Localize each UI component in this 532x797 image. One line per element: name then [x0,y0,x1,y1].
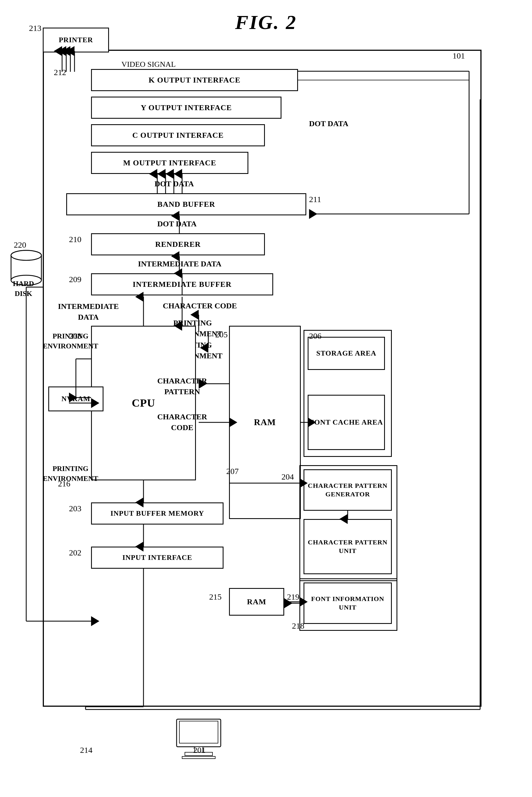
k-output-block: K OUTPUT INTERFACE [91,69,298,91]
ref-215: 215 [209,592,222,601]
ref-211: 211 [309,194,321,204]
svg-point-5 [11,251,41,260]
printing-env-label-3: PRINTINGENVIRONMENT [43,331,98,351]
ref-214: 214 [80,745,92,755]
intermediate-data-label-2: INTERMEDIATEDATA [58,301,119,322]
char-code-label-2: CHARACTERCODE [157,411,207,433]
m-output-block: M OUTPUT INTERFACE [91,152,248,174]
char-pattern-label-1: CHARACTERPATTERN [157,375,207,397]
ref-201: 201 [193,745,206,755]
ref-207: 207 [226,466,239,476]
intermediate-buffer-block: INTERMEDIATE BUFFER [91,273,273,295]
ref-205: 205 [215,330,228,339]
dot-data-label-2: DOT DATA [157,219,196,229]
printing-env-label-4: PRINTINGENVIRONMENT [43,464,98,484]
ram-205-block: RAM [229,326,301,519]
dot-data-label-1: DOT DATA [154,179,194,189]
input-buffer-block: INPUT BUFFER MEMORY [91,502,224,524]
band-buffer-block: BAND BUFFER [66,193,306,215]
ref-202: 202 [69,548,81,557]
nvram-block: NVRAM [48,387,103,411]
video-signal-label: VIDEO SIGNAL [121,59,176,69]
ref-213: 213 [29,23,41,33]
cpu-block: CPU [91,326,196,480]
ref-216: 216 [58,479,70,488]
y-output-block: Y OUTPUT INTERFACE [91,97,282,119]
svg-rect-10 [182,756,215,759]
font-info-outer-box [299,578,397,631]
page: FIG. 2 101 PRINTER 213 K OUTPUT INTERFAC… [0,0,532,797]
ref-220: 220 [14,240,26,249]
character-code-label-1: CHARACTER CODE [163,301,237,311]
ref-203: 203 [69,504,81,513]
dot-data-right-label: DOT DATA [309,119,348,129]
ref-212: 212 [54,68,66,77]
ref-210: 210 [69,235,81,244]
input-interface-block: INPUT INTERFACE [91,546,224,569]
ref-209: 209 [69,275,81,284]
ram-215-block: RAM [229,588,284,616]
cpg-outer-box [299,465,397,581]
intermediate-data-label-1: INTERMEDIATE DATA [138,259,222,269]
hard-disk-label: HARD DISK [7,279,40,299]
svg-rect-7 [179,721,218,743]
ref-219: 219 [287,592,299,601]
c-output-block: C OUTPUT INTERFACE [91,124,265,146]
ram-outer-box [304,330,392,457]
renderer-block: RENDERER [91,233,265,255]
ref-101: 101 [453,51,465,60]
printer-block: PRINTER [43,27,109,53]
ref-204: 204 [282,472,294,481]
